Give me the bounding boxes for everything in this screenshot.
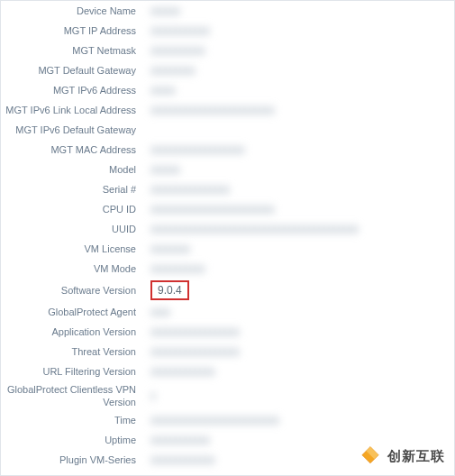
info-row: GlobalProtect Agentxxxx <box>1 302 454 322</box>
info-label: MGT MAC Address <box>1 143 145 156</box>
redacted-value: xxxxxxxxxxx <box>150 263 205 274</box>
info-label: Serial # <box>1 183 145 196</box>
redacted-value: xxxxx <box>150 85 176 96</box>
info-value: xxxxxxxxxxxxxxxxxx <box>145 326 454 337</box>
redacted-value: xxxxxxxxxxxxxxxxxxxxxxxxx <box>150 105 275 115</box>
info-value: xxxxxxxxxxxxx <box>145 366 454 377</box>
info-value: x <box>145 390 454 401</box>
info-row: Threat Versionxxxxxxxxxxxxxxxxxx <box>1 342 454 362</box>
info-row: Serial #xxxxxxxxxxxxxxxx <box>1 179 454 199</box>
info-row: MGT IP Addressxxxxxxxxxxxx <box>1 21 454 41</box>
info-label: Time <box>1 414 145 426</box>
info-label: Device Name <box>1 5 145 17</box>
info-value: xxxxxxxx <box>145 243 454 254</box>
redacted-value: xxxxxxxxxxxxx <box>150 366 215 377</box>
info-label: MGT Netmask <box>1 44 145 57</box>
branding-text: 创新互联 <box>387 448 445 465</box>
info-row: VM Licensexxxxxxxx <box>1 239 454 259</box>
redacted-value: xxxxxxxxx <box>150 65 196 76</box>
redacted-value: xxxxxx <box>150 164 180 175</box>
redacted-value: xxxx <box>150 307 170 317</box>
redacted-value: xxxxxxxxxxxxxxxxxx <box>150 346 240 357</box>
info-value: xxxxxxxxxxxxxxxx <box>145 184 454 195</box>
info-value: xxxxx <box>145 85 454 96</box>
redacted-value: xxxxxxxxxxxxxxxxxxx <box>150 144 245 155</box>
redacted-value: xxxxxxxxxxxxxxxxxxxxxxxxxx <box>150 415 279 426</box>
info-row: Modelxxxxxx <box>1 160 454 179</box>
info-label: VM License <box>1 243 145 255</box>
info-value: xxxxxxxxxxx <box>145 45 454 56</box>
info-value: 9.0.4 <box>145 280 454 300</box>
info-value: xxxxxxxxxxxx <box>145 25 454 36</box>
redacted-value: xxxxxxxxxxxxx <box>150 454 215 465</box>
info-row: UUIDxxxxxxxxxxxxxxxxxxxxxxxxxxxxxxxxxxxx… <box>1 219 454 239</box>
info-row: Device Namexxxxxx <box>1 1 454 21</box>
info-value: xxxxxxxxx <box>145 65 454 76</box>
redacted-value: xxxxxxxxxxxx <box>150 25 210 36</box>
info-row: Application Versionxxxxxxxxxxxxxxxxxx <box>1 322 454 342</box>
redacted-value: xxxxxxxxxxxx <box>150 435 210 445</box>
info-label: Application Version <box>1 325 145 338</box>
info-row: VM Modexxxxxxxxxxx <box>1 259 454 279</box>
info-row: URL Filtering Versionxxxxxxxxxxxxx <box>1 362 454 381</box>
info-label: Plugin VM-Series <box>1 453 145 466</box>
info-value: xxxxxxxxxxxxxxxxxxxxxxxxxxxxxxxxxxxxxxxx… <box>145 224 454 234</box>
info-value: xxxx <box>145 307 454 317</box>
info-row: MGT Netmaskxxxxxxxxxxx <box>1 41 454 60</box>
redacted-value: xxxxxxxxxxxxxxxxxxxxxxxxx <box>150 204 275 215</box>
info-label: UUID <box>1 223 145 235</box>
redacted-value: xxxxxxxxxxxxxxxx <box>150 184 230 195</box>
info-row: Timexxxxxxxxxxxxxxxxxxxxxxxxxx <box>1 410 454 430</box>
info-value: xxxxxxxxxxxxxxxxxx <box>145 346 454 357</box>
redacted-value: x <box>150 390 156 401</box>
info-row: MGT IPv6 Addressxxxxx <box>1 80 454 100</box>
redacted-value: xxxxxxxxxxxxxxxxxxxxxxxxxxxxxxxxxxxxxxxx… <box>150 224 359 234</box>
info-label: MGT IP Address <box>1 24 145 37</box>
info-label: Model <box>1 163 145 176</box>
info-label: GlobalProtect Agent <box>1 306 145 318</box>
redacted-value: xxxxxxxxxxxxxxxxxx <box>150 326 240 337</box>
info-row: MGT Default Gatewayxxxxxxxxx <box>1 60 454 80</box>
info-row: MGT IPv6 Default Gateway <box>1 120 454 140</box>
info-label: Software Version <box>1 284 145 297</box>
info-value: xxxxxx <box>145 164 454 175</box>
info-label: GlobalProtect Clientless VPN Version <box>1 383 145 408</box>
device-info-table: Device NamexxxxxxMGT IP Addressxxxxxxxxx… <box>1 1 454 470</box>
info-value: xxxxxxxxxxxxxxxxxxx <box>145 144 454 155</box>
info-label: CPU ID <box>1 203 145 215</box>
redacted-value: xxxxxxxxxxx <box>150 45 205 56</box>
info-value: xxxxxx <box>145 5 454 16</box>
info-value: xxxxxxxxxxxxxxxxxxxxxxxxxx <box>145 415 454 426</box>
branding-logo: 创新互联 <box>359 444 445 468</box>
info-value: xxxxxxxxxxx <box>145 263 454 274</box>
info-row: GlobalProtect Clientless VPN Versionx <box>1 381 454 410</box>
info-label: MGT IPv6 Address <box>1 84 145 96</box>
info-value: xxxxxxxxxxxxxxxxxxxxxxxxx <box>145 204 454 215</box>
info-label: MGT Default Gateway <box>1 64 145 77</box>
info-row: Software Version9.0.4 <box>1 279 454 302</box>
logo-icon <box>359 444 382 468</box>
info-row: MGT MAC Addressxxxxxxxxxxxxxxxxxxx <box>1 140 454 160</box>
info-label: VM Mode <box>1 262 145 275</box>
info-label: MGT IPv6 Default Gateway <box>1 124 145 136</box>
info-label: Uptime <box>1 434 145 446</box>
info-label: URL Filtering Version <box>1 365 145 378</box>
info-row: MGT IPv6 Link Local Addressxxxxxxxxxxxxx… <box>1 100 454 120</box>
info-row: CPU IDxxxxxxxxxxxxxxxxxxxxxxxxx <box>1 199 454 219</box>
redacted-value: xxxxxxxx <box>150 243 190 254</box>
info-value: xxxxxxxxxxxxxxxxxxxxxxxxx <box>145 105 454 115</box>
redacted-value: xxxxxx <box>150 5 180 16</box>
highlighted-value: 9.0.4 <box>150 280 189 300</box>
info-label: MGT IPv6 Link Local Address <box>1 104 145 116</box>
info-label: Threat Version <box>1 345 145 358</box>
